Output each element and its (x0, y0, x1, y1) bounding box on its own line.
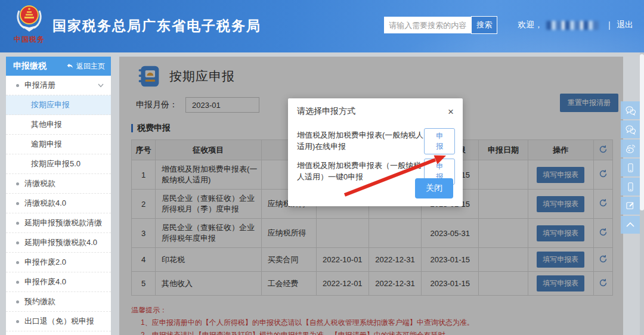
bullet-icon (16, 182, 19, 185)
bullet-icon (16, 320, 19, 323)
sidebar-item-appointment-pay[interactable]: 预约缴款 (6, 292, 111, 312)
sidebar-item-void-declare-4[interactable]: 申报作废4.0 (6, 272, 111, 292)
sidebar-item-other-declare[interactable]: 其他申报 (6, 115, 111, 135)
option-label: 增值税及附加税费申报表（一般纳税人适用）一键0申报 (297, 160, 424, 183)
logo-caption: 中国税务 (8, 35, 50, 45)
bullet-icon (16, 300, 19, 303)
national-tax-emblem-icon (14, 4, 45, 33)
sidebar-header: 申报缴税 返回主页 (6, 57, 111, 76)
back-arrow-icon (66, 63, 74, 70)
page-body: 申报缴税 返回主页 申报清册 按期应申报 其他申报 逾期申报 按期应申报5.0 (0, 52, 644, 335)
bullet-icon (16, 241, 19, 244)
dialog-close-button[interactable]: 关闭 (415, 178, 453, 198)
bullet-icon (16, 84, 19, 87)
search-button[interactable]: 搜索 (471, 16, 497, 34)
sidebar-title: 申报缴税 (13, 61, 47, 72)
bullet-icon (16, 261, 19, 264)
declare-option-online: 增值税及附加税费申报表(一般纳税人适用)在线申报 申报 (297, 128, 455, 154)
wechat-icon[interactable] (621, 101, 640, 119)
tax-bureau-logo: 中国税务 (8, 4, 50, 45)
mobile-icon[interactable] (621, 178, 640, 196)
mobile-icon[interactable] (621, 159, 640, 176)
sidebar-item-deferred-prepay[interactable]: 延期申报预缴税款清缴 (6, 213, 111, 233)
declare-button-online[interactable]: 申报 (424, 128, 455, 154)
sidebar-item-export-refund[interactable]: 出口退（免）税申报 (6, 312, 111, 331)
chevron-down-icon (98, 83, 104, 88)
back-home-link[interactable]: 返回主页 (66, 61, 105, 72)
bullet-icon (16, 202, 19, 205)
welcome-area: 欢迎， | 退出 (518, 20, 633, 30)
username-redacted (546, 21, 599, 30)
sidebar-item-deferred-prepay-4[interactable]: 延期申报预缴税款4.0 (6, 233, 111, 253)
main-content: 重置申报清册 按期应申报 申报月份： 税费申报 (119, 57, 623, 335)
declare-method-dialog: 请选择申报方式 × 增值税及附加税费申报表(一般纳税人适用)在线申报 申报 增值… (288, 98, 463, 206)
search-input[interactable] (384, 17, 471, 33)
wechat-icon[interactable] (621, 120, 640, 138)
weibo-icon[interactable] (621, 139, 640, 157)
sidebar: 申报缴税 返回主页 申报清册 按期应申报 其他申报 逾期申报 按期应申报5.0 (6, 57, 111, 335)
header-separator: | (608, 20, 611, 30)
close-icon[interactable]: × (448, 107, 454, 117)
sidebar-item-overdue-declare[interactable]: 逾期申报 (6, 135, 111, 154)
app-header: 中国税务 国家税务总局广东省电子税务局 搜索 欢迎， | 退出 (0, 0, 644, 52)
sidebar-item-social-security[interactable]: 社保费管理（新） (6, 331, 111, 335)
welcome-prefix: 欢迎， (518, 20, 543, 30)
bullet-icon (16, 222, 19, 225)
sidebar-item-pay-tax[interactable]: 清缴税款 (6, 174, 111, 194)
form-icon[interactable] (621, 197, 640, 215)
sidebar-item-void-declare-2[interactable]: 申报作废2.0 (6, 253, 111, 272)
sidebar-item-pay-tax-4[interactable]: 清缴税款4.0 (6, 194, 111, 213)
site-title: 国家税务总局广东省电子税务局 (52, 17, 261, 35)
sidebar-item-declare-list[interactable]: 申报清册 (6, 76, 111, 95)
sidebar-item-periodic-declare-5[interactable]: 按期应申报5.0 (6, 154, 111, 174)
collapse-up-icon[interactable] (621, 216, 640, 234)
scrollbar-thumb[interactable] (640, 54, 644, 210)
vertical-scrollbar[interactable] (640, 52, 644, 335)
float-toolbar (621, 101, 640, 235)
option-label: 增值税及附加税费申报表(一般纳税人适用)在线申报 (297, 130, 424, 153)
dialog-title: 请选择申报方式 (297, 106, 355, 117)
sidebar-item-periodic-declare[interactable]: 按期应申报 (6, 95, 111, 115)
logout-link[interactable]: 退出 (617, 20, 633, 30)
bullet-icon (16, 281, 19, 284)
